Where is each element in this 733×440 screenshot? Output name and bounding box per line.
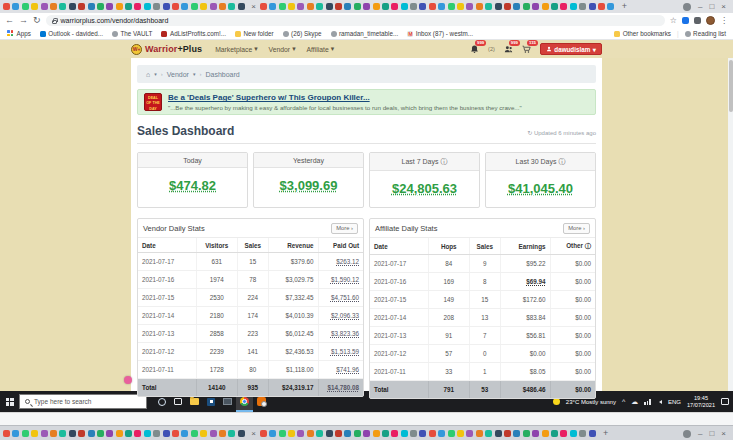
paid-out-link[interactable]: $741.96 [318,361,363,379]
tab-favicon[interactable] [523,430,530,437]
paid-out-link[interactable]: $3,823.36 [318,325,363,343]
tab-favicon[interactable] [344,3,351,10]
hidden-icons-button[interactable]: ^ [622,398,625,405]
tab-favicon[interactable] [542,3,549,10]
user-menu-button[interactable]: dawudislam ▾ [540,43,602,55]
address-bar[interactable]: warriorplus.com/vendor/dashboard [46,15,665,26]
tab-favicon[interactable] [78,430,85,437]
tab-favicon[interactable] [354,430,361,437]
stat-card-value[interactable]: $24,805.63 [392,181,457,196]
tab-favicon[interactable] [495,3,502,10]
tab-favicon[interactable] [191,430,198,437]
tab-favicon[interactable] [3,3,10,10]
tab-favicon[interactable] [238,3,245,10]
tab-favicon[interactable] [125,3,132,10]
reading-list-button[interactable]: Reading list [685,30,726,37]
tab-favicon[interactable] [50,3,57,10]
cart-button[interactable]: 115 [522,45,531,54]
tab-favicon[interactable] [106,430,113,437]
tab-favicon[interactable] [476,3,483,10]
tab-favicon[interactable] [12,430,19,437]
tab-favicon[interactable] [50,430,57,437]
paid-out-link[interactable]: $263.12 [318,253,363,271]
tab-favicon[interactable] [316,430,323,437]
tab-favicon[interactable] [297,3,304,10]
paid-out-link[interactable]: $1,590.12 [318,271,363,289]
extension-icon[interactable] [682,17,689,24]
home-icon[interactable]: ⌂ [146,71,150,78]
reload-button[interactable]: ↻ [33,16,41,25]
nav-marketplace[interactable]: Marketplace▾ [215,45,257,53]
tab-favicon[interactable] [466,3,473,10]
tab-favicon[interactable] [560,430,567,437]
tab-favicon[interactable] [144,430,151,437]
browser-profile-icon[interactable] [683,3,691,11]
browser-tabs-group[interactable] [260,430,598,437]
bookmark-star-icon[interactable]: ☆ [670,16,677,25]
tab-favicon[interactable] [69,430,76,437]
bookmark-item[interactable]: The VAULT [112,30,152,37]
tab-favicon[interactable] [523,3,530,10]
network-icon[interactable] [644,399,651,405]
tab-favicon[interactable] [326,3,333,10]
tab-favicon[interactable] [78,3,85,10]
tab-favicon[interactable] [210,430,217,437]
other-bookmarks-button[interactable]: Other bookmarks [614,30,671,37]
tab-favicon[interactable] [326,430,333,437]
chat-widget-button[interactable] [124,376,132,384]
tab-favicon[interactable] [307,430,314,437]
tab-favicon[interactable] [69,3,76,10]
tab-favicon[interactable] [410,430,417,437]
tab-favicon[interactable] [219,430,226,437]
window-minimize-button[interactable]: – [698,429,702,438]
tab-favicon[interactable] [125,430,132,437]
tab-favicon[interactable] [363,430,370,437]
tab-favicon[interactable] [513,3,520,10]
tab-favicon[interactable] [448,430,455,437]
nav-vendor[interactable]: Vendor▾ [269,45,296,53]
tab-favicon[interactable] [382,430,389,437]
tab-favicon[interactable] [97,430,104,437]
new-tab-button[interactable]: + [603,429,608,438]
window-maximize-button[interactable]: □ [709,429,714,438]
tab-favicon[interactable] [438,3,445,10]
tab-favicon[interactable] [476,430,483,437]
window-close-button[interactable]: × [721,2,726,11]
tab-favicon[interactable] [260,3,267,10]
tab-favicon[interactable] [504,430,511,437]
paid-out-link[interactable]: $2,096.33 [318,307,363,325]
tab-favicon[interactable] [269,430,276,437]
tab-favicon[interactable] [410,3,417,10]
deal-banner-link[interactable]: Be a 'Deals Page' Superhero w/ This Grou… [168,93,522,102]
tab-favicon[interactable] [238,430,245,437]
tab-favicon[interactable] [228,430,235,437]
tab-favicon[interactable] [532,3,539,10]
browser-profile-icon[interactable] [683,430,691,438]
stat-card-value[interactable]: $41,045.40 [508,181,573,196]
notifications-button[interactable]: 999 [470,45,479,54]
tab-favicon[interactable] [354,3,361,10]
tab-favicon[interactable] [560,3,567,10]
tab-favicon[interactable] [181,430,188,437]
volume-icon[interactable] [657,400,662,404]
tab-favicon[interactable] [59,430,66,437]
affiliates-button[interactable]: 999 [504,45,513,54]
tab-favicon[interactable] [419,430,426,437]
tab-favicon[interactable] [200,3,207,10]
tab-favicon[interactable] [551,430,558,437]
tab-favicon[interactable] [260,430,267,437]
tab-favicon[interactable] [485,430,492,437]
tab-favicon[interactable] [297,430,304,437]
tab-favicon[interactable] [219,3,226,10]
affiliate-more-button[interactable]: More › [563,223,590,234]
tab-favicon[interactable] [163,430,170,437]
tab-favicon[interactable] [288,3,295,10]
tab-favicon[interactable] [288,430,295,437]
taskbar-search[interactable]: Type here to search [19,394,147,409]
tab-favicon[interactable] [419,3,426,10]
browser-tabs-group[interactable] [3,430,247,437]
tab-favicon[interactable] [97,3,104,10]
stat-card-value[interactable]: $3,099.69 [280,178,338,193]
tab-favicon[interactable] [153,430,160,437]
tab-favicon[interactable] [429,3,436,10]
